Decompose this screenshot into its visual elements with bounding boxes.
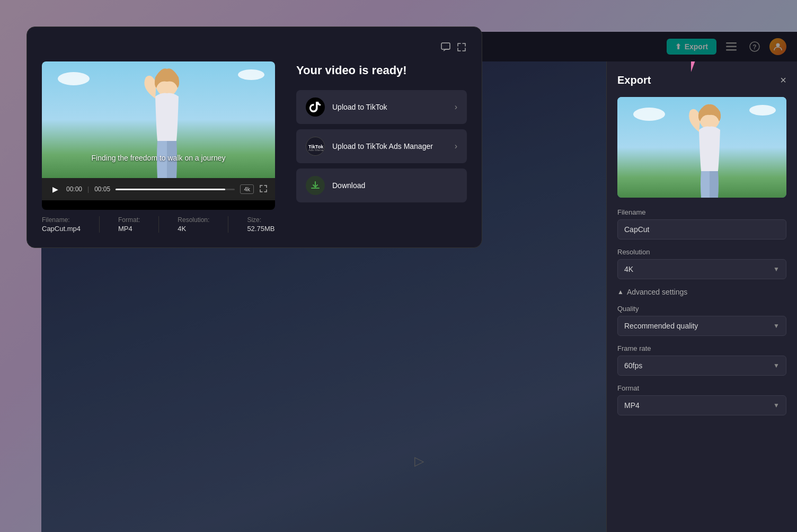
video-ready-title: Your video is ready! <box>296 64 467 77</box>
panel-cloud-2 <box>749 105 776 116</box>
frame-rate-chevron-icon: ▼ <box>773 362 780 369</box>
modal-actions: Your video is ready! Upload to TikTok › … <box>296 61 467 233</box>
meta-format-label: Format: <box>118 216 140 224</box>
panel-header: Export × <box>617 74 786 86</box>
panel-thumbnail <box>617 97 786 198</box>
download-button[interactable]: Download <box>296 169 467 202</box>
panel-person-silhouette <box>675 102 744 198</box>
modal-top-icons <box>42 42 467 55</box>
meta-filename-label: Filename: <box>42 216 81 224</box>
download-icon <box>310 180 321 191</box>
time-total: 00:05 <box>94 185 110 193</box>
format-value: MP4 <box>624 401 640 410</box>
cloud-2 <box>238 69 264 80</box>
comment-icon[interactable] <box>440 42 451 55</box>
filename-label: Filename <box>617 208 786 216</box>
advanced-settings-label: Advanced settings <box>627 288 687 296</box>
video-preview: Finding the freedom to walk on a journey… <box>42 61 275 233</box>
modal-content: Finding the freedom to walk on a journey… <box>42 61 467 233</box>
export-panel: Export × Filename Resolution 4K ▼ ▲ Adva… <box>606 61 797 532</box>
download-icon-bg <box>306 176 325 195</box>
resolution-chevron-icon: ▼ <box>773 265 780 273</box>
video-frame-inner: Finding the freedom to walk on a journey <box>42 61 275 178</box>
svg-marker-10 <box>659 61 707 72</box>
format-label: Format <box>617 384 786 392</box>
quality-chevron-icon: ▼ <box>773 322 780 330</box>
resolution-value: 4K <box>624 265 633 273</box>
tiktok-icon-bg <box>306 97 325 117</box>
tiktok-arrow-icon: › <box>455 102 457 112</box>
meta-filename-value: CapCut.mp4 <box>42 225 81 233</box>
meta-divider-2 <box>158 216 159 233</box>
meta-divider-1 <box>99 216 100 233</box>
video-controls: ▶ 00:00 | 00:05 4k <box>42 178 275 200</box>
tiktok-btn-label: Upload to TikTok <box>332 103 447 111</box>
meta-size-value: 52.75MB <box>247 225 274 233</box>
tiktok-ads-icon: TikTok Ads Manager <box>307 141 323 151</box>
video-caption: Finding the freedom to walk on a journey <box>42 154 275 162</box>
quality-value: Recommended quality <box>624 322 698 330</box>
meta-filename: Filename: CapCut.mp4 <box>42 216 81 233</box>
panel-close-button[interactable]: × <box>780 74 786 86</box>
progress-bar[interactable] <box>116 189 235 190</box>
play-button[interactable]: ▶ <box>49 183 61 195</box>
upload-tiktok-button[interactable]: Upload to TikTok › <box>296 90 467 124</box>
frame-rate-label: Frame rate <box>617 344 786 352</box>
quality-select[interactable]: Recommended quality ▼ <box>617 316 786 336</box>
arrow-pointer-container <box>659 61 707 74</box>
resolution-select[interactable]: 4K ▼ <box>617 259 786 279</box>
time-current: 00:00 <box>66 185 82 193</box>
svg-text:Ads Manager: Ads Manager <box>308 148 323 151</box>
meta-size: Size: 52.75MB <box>247 216 274 233</box>
video-meta: Filename: CapCut.mp4 Format: MP4 Resolut… <box>42 216 275 233</box>
quality-label: Quality <box>617 305 786 313</box>
tiktok-icon <box>309 101 321 113</box>
tiktok-ads-arrow-icon: › <box>455 141 457 151</box>
pink-arrow-icon <box>659 61 707 72</box>
chevron-up-icon: ▲ <box>617 288 624 296</box>
meta-size-label: Size: <box>247 216 274 224</box>
meta-resolution-value: 4K <box>178 225 209 233</box>
meta-format: Format: MP4 <box>118 216 140 233</box>
tiktok-ads-icon-bg: TikTok Ads Manager <box>306 137 325 156</box>
panel-cloud-1 <box>633 108 665 121</box>
download-btn-label: Download <box>332 181 457 190</box>
meta-format-value: MP4 <box>118 225 140 233</box>
video-frame: Finding the freedom to walk on a journey… <box>42 61 275 210</box>
progress-fill <box>116 189 225 190</box>
resolution-label: Resolution <box>617 248 786 256</box>
frame-rate-select[interactable]: 60fps ▼ <box>617 356 786 376</box>
meta-divider-3 <box>228 216 228 233</box>
meta-resolution: Resolution: 4K <box>178 216 209 233</box>
panel-title: Export <box>617 74 651 86</box>
upload-tiktok-ads-button[interactable]: TikTok Ads Manager Upload to TikTok Ads … <box>296 129 467 163</box>
svg-rect-6 <box>441 43 450 49</box>
meta-resolution-label: Resolution: <box>178 216 209 224</box>
expand-icon[interactable] <box>456 42 467 55</box>
filename-input[interactable] <box>617 219 786 240</box>
format-select[interactable]: MP4 ▼ <box>617 395 786 415</box>
cloud-1 <box>58 72 90 85</box>
video-ready-modal: Finding the freedom to walk on a journey… <box>26 26 482 248</box>
fullscreen-icon[interactable] <box>259 184 268 194</box>
advanced-settings-toggle[interactable]: ▲ Advanced settings <box>617 288 786 296</box>
tiktok-ads-btn-label: Upload to TikTok Ads Manager <box>332 142 447 150</box>
format-chevron-icon: ▼ <box>773 402 780 409</box>
time-separator: | <box>87 185 89 193</box>
frame-rate-value: 60fps <box>624 361 642 370</box>
quality-badge: 4k <box>240 184 254 194</box>
